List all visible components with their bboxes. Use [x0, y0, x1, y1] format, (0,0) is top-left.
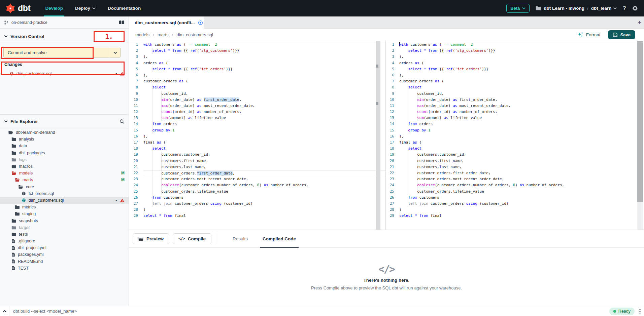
save-button[interactable]: Save — [608, 30, 635, 39]
git-branch-row[interactable]: on-demand-practice — [0, 16, 129, 29]
format-button[interactable]: Format — [578, 32, 601, 38]
new-tab-plus-icon[interactable]: + — [638, 16, 641, 29]
code-line[interactable]: customers.first_name, — [143, 158, 385, 164]
code-line[interactable]: group by 1 — [399, 127, 644, 133]
code-line[interactable]: customer_orders.first_order_date, — [143, 170, 385, 176]
command-input[interactable]: dbt build --select <model_name> — [13, 309, 609, 314]
tree-item-marts[interactable]: martsM — [0, 176, 129, 183]
tree-item-dim-customers-sql[interactable]: dim_customers.sql• — [0, 197, 129, 204]
tree-item-dbt-learn-on-demand[interactable]: dbt-learn-on-demand — [0, 129, 129, 136]
code-line[interactable]: ), — [399, 54, 644, 60]
tree-item-snapshots[interactable]: snapshots — [0, 217, 129, 224]
left-pane-scrollbar[interactable] — [376, 41, 380, 230]
code-pane-right[interactable]: 1234567891011121314151617181920212223242… — [385, 41, 644, 230]
code-line[interactable]: ) — [399, 207, 644, 213]
code-line[interactable]: sum(amount) as lifetime_value — [399, 115, 644, 121]
tree-item-test[interactable]: TEST — [0, 265, 129, 272]
code-line[interactable]: customer_orders.lifetime_value — [143, 189, 385, 195]
help-icon[interactable]: ? — [623, 5, 626, 12]
docs-book-icon[interactable] — [119, 20, 125, 25]
account-name[interactable]: dbt Learn - mwong — [544, 6, 584, 11]
code-line[interactable]: sum(amount) as lifetime_value — [143, 115, 385, 121]
code-line[interactable]: ), — [143, 133, 385, 140]
beta-dropdown[interactable]: Beta — [506, 4, 530, 13]
code-line[interactable]: ), — [399, 72, 644, 78]
code-line[interactable]: left join customer_orders using (custome… — [399, 201, 644, 207]
code-line[interactable]: customer_id, — [399, 91, 644, 97]
code-line[interactable]: from orders — [399, 121, 644, 127]
dbt-logo[interactable]: dbt — [5, 3, 30, 13]
code-line[interactable]: customers.last_name, — [143, 164, 385, 170]
code-line[interactable]: select * from final — [143, 213, 385, 219]
right-pane-scrollbar-thumb[interactable] — [637, 41, 643, 202]
code-line[interactable]: with customers as ( -- comment 2 — [399, 42, 644, 48]
tree-item-models[interactable]: modelsM — [0, 170, 129, 176]
chevron-up-icon[interactable] — [0, 310, 9, 313]
code-line[interactable]: orders as ( — [399, 60, 644, 66]
code-line[interactable]: customer_orders as ( — [399, 78, 644, 84]
tree-item-fct-orders-sql[interactable]: fct_orders.sql — [0, 190, 129, 197]
tree-item-tests[interactable]: tests — [0, 231, 129, 238]
code-line[interactable]: customer_orders.lifetime_value — [399, 189, 644, 195]
tree-item-packages-yml[interactable]: packages.yml — [0, 251, 129, 258]
tab-compiled-code[interactable]: Compiled Code — [255, 230, 303, 247]
commit-and-resolve-button[interactable]: Commit and resolve — [3, 48, 121, 57]
tree-item-logs[interactable]: logs — [0, 156, 129, 163]
changed-file-row[interactable]: dim_customers.sql• — [0, 70, 129, 78]
code-line[interactable]: customer_orders as ( — [143, 78, 385, 84]
breadcrumb-item[interactable]: marts — [158, 32, 169, 37]
code-line[interactable]: customers.first_name, — [399, 158, 644, 164]
nav-item-develop[interactable]: Develop — [40, 0, 68, 16]
tree-item-macros[interactable]: macros — [0, 163, 129, 170]
code-line[interactable]: select — [399, 146, 644, 152]
nav-item-documentation[interactable]: Documentation — [103, 0, 145, 16]
code-line[interactable]: from customers — [143, 195, 385, 201]
tree-item-dbt-project-yml[interactable]: dbt_project.yml — [0, 244, 129, 251]
tree-item-readme-md[interactable]: README.md — [0, 258, 129, 265]
code-line[interactable]: final as ( — [143, 140, 385, 146]
breadcrumb-item[interactable]: dim_customers.sql — [176, 32, 213, 37]
code-lines[interactable]: with customers as ( -- comment 2 select … — [399, 42, 644, 219]
code-line[interactable]: max(order_date) as most_recent_order_dat… — [143, 103, 385, 109]
code-line[interactable]: select * from {{ ref('stg_customers')}} — [399, 48, 644, 54]
code-line[interactable]: group by 1 — [143, 127, 385, 133]
code-line[interactable]: select — [399, 84, 644, 90]
code-line[interactable]: customer_id, — [143, 91, 385, 97]
compile-button[interactable]: </> Compile — [173, 233, 211, 244]
code-line[interactable]: max(order_date) as most_recent_order_dat… — [399, 103, 644, 109]
code-line[interactable]: customers.last_name, — [399, 164, 644, 170]
kebab-menu-icon[interactable] — [639, 309, 641, 314]
code-line[interactable]: count(order_id) as number_of_orders, — [399, 109, 644, 115]
code-pane-left[interactable]: 1234567891011121314151617181920212223242… — [129, 41, 385, 230]
tree-item-metrics[interactable]: metrics — [0, 204, 129, 210]
code-line[interactable]: coalesce(customer_orders.number_of_order… — [143, 182, 385, 188]
code-lines[interactable]: with customers as ( -- comment 2 select … — [143, 42, 385, 219]
code-line[interactable]: count(order_id) as number_of_orders, — [143, 109, 385, 115]
code-line[interactable]: select * from {{ ref('fct_orders')}} — [143, 66, 385, 72]
code-line[interactable]: customer_orders.first_order_date, — [399, 170, 644, 176]
code-line[interactable]: customer_orders.most_recent_order_date, — [143, 176, 385, 182]
code-line[interactable]: left join customer_orders using (custome… — [143, 201, 385, 207]
breadcrumb-item[interactable]: models — [135, 32, 149, 37]
code-line[interactable]: ), — [143, 72, 385, 78]
code-line[interactable]: ), — [399, 133, 644, 140]
tree-item-core[interactable]: core — [0, 184, 129, 190]
code-line[interactable]: orders as ( — [143, 60, 385, 66]
tree-item-staging[interactable]: staging — [0, 210, 129, 217]
tree-item-target[interactable]: target — [0, 224, 129, 231]
code-line[interactable]: select * from {{ ref('stg_customers')}} — [143, 48, 385, 54]
code-line[interactable]: customer_orders.most_recent_order_date, — [399, 176, 644, 182]
code-line[interactable]: ) — [143, 207, 385, 213]
code-line[interactable]: select * from final — [399, 213, 644, 219]
search-icon[interactable] — [120, 119, 125, 124]
code-line[interactable]: from orders — [143, 121, 385, 127]
tab-dim-customers[interactable]: dim_customers.sql (confli... — [129, 16, 204, 29]
code-line[interactable]: from customers — [399, 195, 644, 201]
code-line[interactable]: min(order_date) as first_order_date, — [399, 97, 644, 103]
project-dropdown[interactable]: dbt_learn — [591, 6, 617, 11]
tab-results[interactable]: Results — [225, 230, 255, 247]
file-explorer-header[interactable]: File Explorer — [0, 114, 129, 128]
code-line[interactable]: min(order_date) as first_order_date, — [143, 97, 385, 103]
commit-dropdown-toggle[interactable] — [110, 48, 120, 57]
nav-item-deploy[interactable]: Deploy — [70, 0, 100, 16]
